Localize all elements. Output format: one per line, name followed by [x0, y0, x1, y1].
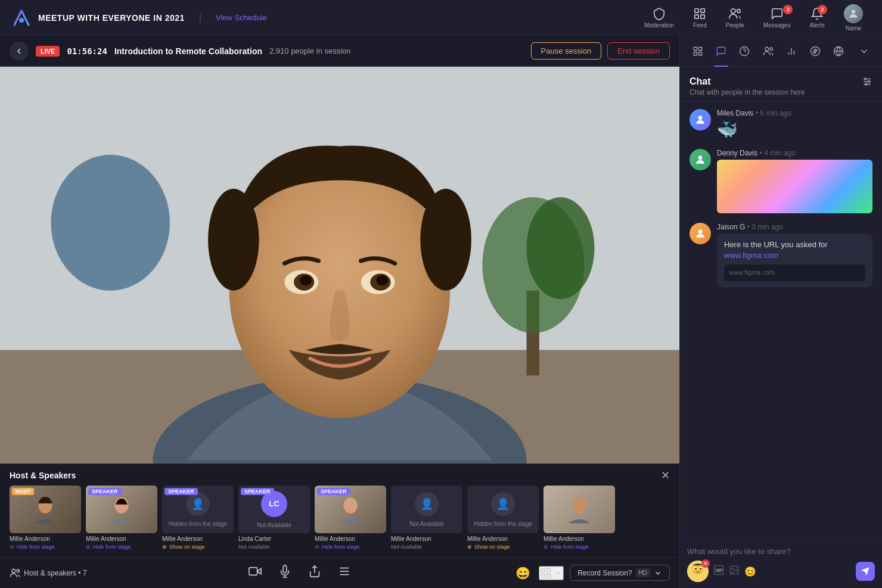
- end-session-button[interactable]: End session: [607, 42, 670, 60]
- hidden-status: Hidden from the stage: [169, 521, 227, 527]
- svg-rect-45: [694, 52, 697, 55]
- camera-button[interactable]: [246, 562, 264, 583]
- speaker-action[interactable]: Not Available: [391, 544, 462, 550]
- chat-input[interactable]: [687, 547, 875, 556]
- chat-area: Chat Chat with people in the session her…: [680, 67, 882, 588]
- message-avatar: [690, 223, 711, 244]
- chat-header-text: Chat Chat with people in the session her…: [690, 76, 805, 97]
- send-button[interactable]: [856, 562, 875, 581]
- svg-point-0: [19, 18, 24, 23]
- feed-icon: [693, 7, 706, 20]
- chevron-down-icon: [654, 569, 662, 577]
- nav-messages[interactable]: 2 Messages: [756, 4, 798, 32]
- record-label: Record Session?: [577, 569, 632, 577]
- people-label: People: [726, 22, 744, 29]
- gif-icon: GIF: [713, 565, 724, 575]
- speaker-thumbnail: SPEAKER LC Not Available: [238, 486, 310, 533]
- rt-people-button[interactable]: [757, 41, 778, 62]
- message-sender: Miles Davis • 6 min ago: [717, 109, 872, 117]
- nav-feed[interactable]: Feed: [686, 4, 714, 32]
- speaker-role-badge: SPEAKER: [88, 488, 122, 495]
- svg-point-63: [698, 116, 703, 120]
- svg-point-70: [695, 568, 697, 570]
- svg-point-71: [700, 568, 701, 570]
- image-button[interactable]: [729, 565, 740, 578]
- session-timer: 01:56:24: [67, 46, 107, 56]
- nav-profile[interactable]: Name: [837, 1, 870, 35]
- settings-button[interactable]: [336, 562, 353, 583]
- nav-moderation[interactable]: Moderation: [637, 4, 681, 32]
- speakers-list: HOST Millie Anderson ⊝ Hide from stage S…: [0, 486, 679, 557]
- main-content: LIVE 01:56:24 Introduction to Remote Col…: [0, 36, 882, 588]
- speaker-role-badge: HOST: [12, 488, 34, 495]
- speaker-card: SPEAKER LC Not Available Linda Carter No…: [238, 486, 310, 550]
- message-content: Denny Davis • 4 min ago: [717, 149, 872, 213]
- pause-session-button[interactable]: Pause session: [531, 42, 602, 60]
- back-button[interactable]: [10, 42, 29, 61]
- session-bar: LIVE 01:56:24 Introduction to Remote Col…: [0, 36, 679, 67]
- speaker-action[interactable]: ⊝ Hide from stage: [86, 544, 157, 550]
- chat-toolbar: GIF 😊: [713, 565, 756, 578]
- right-panel: Chat Chat with people in the session her…: [679, 36, 882, 588]
- left-panel: LIVE 01:56:24 Introduction to Remote Col…: [0, 36, 679, 588]
- rt-chat-button[interactable]: [710, 41, 731, 62]
- bottom-controls: Host & speakers • 7: [0, 557, 679, 588]
- nav-people[interactable]: People: [719, 4, 751, 32]
- rt-more-button[interactable]: [854, 41, 875, 62]
- grid-icon: [692, 46, 703, 57]
- moderation-label: Moderation: [644, 22, 674, 29]
- close-avatar-button[interactable]: ✕: [701, 559, 710, 568]
- chat-message: Jaison G • 3 min ago Here is the URL you…: [690, 223, 872, 287]
- speaker-action[interactable]: ⊝ Hide from stage: [544, 544, 615, 550]
- speaker-action[interactable]: ⊝ Hide from stage: [10, 544, 81, 550]
- messages-badge: 2: [783, 5, 793, 14]
- svg-point-31: [17, 570, 20, 573]
- feed-label: Feed: [693, 22, 707, 29]
- close-speakers-button[interactable]: ✕: [661, 470, 670, 481]
- speaker-action[interactable]: ⊕ Show on stage: [467, 544, 539, 550]
- view-schedule-link[interactable]: View Schedule: [216, 13, 267, 22]
- svg-point-25: [376, 275, 388, 285]
- video-area: [0, 67, 679, 463]
- profile-avatar: [844, 4, 863, 23]
- rt-qa-button[interactable]: [734, 41, 755, 62]
- alerts-label: Alerts: [809, 22, 825, 29]
- emoji-button[interactable]: 😄: [513, 564, 533, 583]
- svg-rect-2: [701, 8, 704, 12]
- attendee-button[interactable]: Host & speakers • 7: [10, 568, 87, 578]
- messages-icon: [771, 7, 784, 20]
- chat-messages: Miles Davis • 6 min ago 🐳 Denny Davis • …: [680, 102, 882, 540]
- speaker-card: SPEAKER 👤 Hidden from the stage Millie A…: [162, 486, 234, 550]
- record-session-button[interactable]: Record Session? HD: [570, 565, 670, 581]
- emoji-chat-button[interactable]: 😊: [744, 566, 756, 577]
- presenter-video: [0, 67, 679, 463]
- rt-analytics-button[interactable]: [781, 41, 802, 62]
- host-speakers-label: Host & speakers • 7: [24, 569, 87, 577]
- speaker-name: Millie Anderson: [315, 536, 386, 542]
- svg-rect-4: [701, 14, 704, 18]
- rt-grid-button[interactable]: [687, 41, 708, 62]
- svg-text:GIF: GIF: [716, 568, 722, 573]
- message-link[interactable]: www.figma.com: [724, 251, 778, 260]
- revenue-icon: [810, 46, 821, 57]
- speaker-action[interactable]: Not Available: [238, 544, 310, 550]
- rt-translation-button[interactable]: [828, 41, 849, 62]
- layout-button[interactable]: [539, 566, 564, 580]
- speaker-action[interactable]: ⊝ Hide from stage: [315, 544, 386, 550]
- speaker-action[interactable]: ⊕ Show on stage: [162, 544, 234, 550]
- svg-rect-43: [694, 47, 697, 50]
- camera-icon: [249, 565, 262, 578]
- share-button[interactable]: [306, 562, 324, 583]
- settings-icon: [338, 565, 351, 578]
- chat-settings-button[interactable]: [862, 76, 872, 89]
- svg-point-75: [732, 568, 733, 569]
- nav-alerts[interactable]: 2 Alerts: [802, 4, 832, 32]
- not-available-status: Not Available: [257, 522, 291, 528]
- rt-revenue-button[interactable]: [805, 41, 825, 62]
- share-icon: [308, 565, 321, 578]
- gif-button[interactable]: GIF: [713, 565, 724, 578]
- speaker-thumbnail: SPEAKER: [315, 486, 386, 533]
- mic-button[interactable]: [276, 562, 294, 583]
- message-sender: Denny Davis • 4 min ago: [717, 149, 872, 157]
- speaker-thumbnail: SPEAKER: [86, 486, 157, 533]
